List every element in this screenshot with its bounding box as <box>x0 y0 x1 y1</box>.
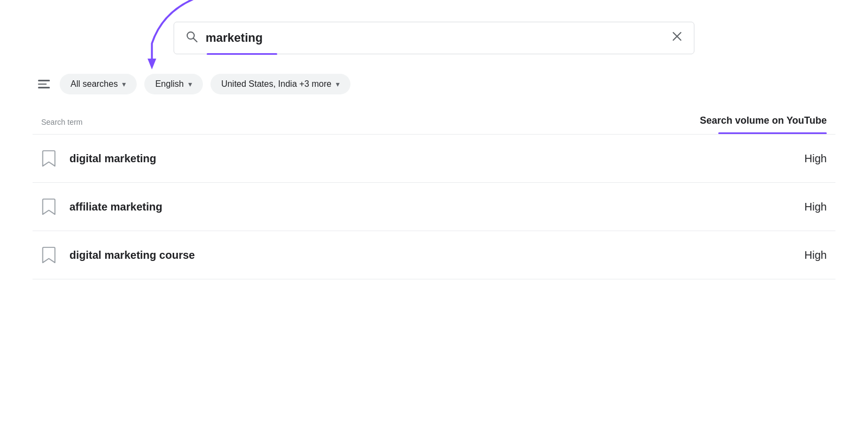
row-left: digital marketing course <box>41 246 195 264</box>
result-volume-2: High <box>805 201 827 213</box>
result-term-3: digital marketing course <box>69 249 195 262</box>
chevron-down-icon: ▾ <box>122 80 126 88</box>
result-volume-1: High <box>805 152 827 165</box>
filter-bar: All searches ▾ English ▾ United States, … <box>33 74 835 94</box>
bookmark-icon[interactable] <box>41 150 56 167</box>
search-icon <box>185 30 198 46</box>
bookmark-icon[interactable] <box>41 246 56 264</box>
row-left: affiliate marketing <box>41 198 162 215</box>
bookmark-icon[interactable] <box>41 198 56 215</box>
english-label: English <box>155 79 183 89</box>
table-row: affiliate marketing High <box>33 183 835 231</box>
result-term-2: affiliate marketing <box>69 201 162 213</box>
location-chip[interactable]: United States, India +3 more ▾ <box>210 74 350 94</box>
result-term-1: digital marketing <box>69 152 156 165</box>
search-bar-wrapper: marketing <box>33 22 835 54</box>
page-container: marketing All searches ▾ English ▾ <box>0 0 868 440</box>
column-search-volume: Search volume on YouTube <box>700 115 827 126</box>
english-chip[interactable]: English ▾ <box>144 74 202 94</box>
svg-line-2 <box>194 39 197 42</box>
row-left: digital marketing <box>41 150 156 167</box>
search-underline <box>207 53 277 55</box>
chevron-down-icon: ▾ <box>188 80 192 88</box>
search-input-text[interactable]: marketing <box>206 31 671 45</box>
table-row: digital marketing course High <box>33 231 835 279</box>
table-row: digital marketing High <box>33 135 835 183</box>
filter-menu-icon[interactable] <box>38 80 50 88</box>
close-icon[interactable] <box>671 30 683 46</box>
svg-marker-0 <box>148 59 156 69</box>
column-search-term: Search term <box>41 118 82 126</box>
result-volume-3: High <box>805 249 827 262</box>
all-searches-label: All searches <box>71 79 118 89</box>
column-headers: Search term Search volume on YouTube <box>33 107 835 135</box>
chevron-down-icon: ▾ <box>336 80 340 88</box>
all-searches-chip[interactable]: All searches ▾ <box>60 74 137 94</box>
results-table: digital marketing High affiliate marketi… <box>33 135 835 279</box>
location-label: United States, India +3 more <box>221 79 331 89</box>
search-bar: marketing <box>174 22 694 54</box>
